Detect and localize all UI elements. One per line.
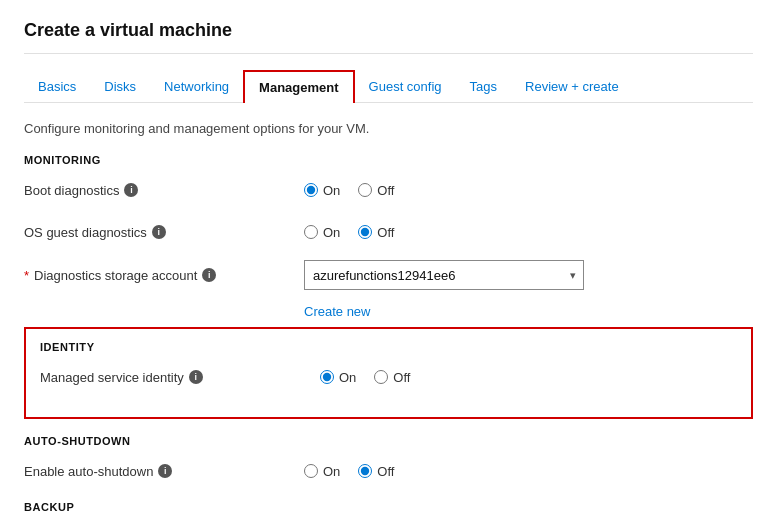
enable-auto-shutdown-off-radio[interactable] [358,464,372,478]
boot-diagnostics-info-icon[interactable]: i [124,183,138,197]
auto-shutdown-section-header: AUTO-SHUTDOWN [24,435,753,447]
tabs-bar: Basics Disks Networking Management Guest… [24,70,753,103]
diagnostics-storage-label: Diagnostics storage account i [24,268,304,283]
managed-service-identity-label: Managed service identity i [40,370,320,385]
enable-auto-shutdown-info-icon[interactable]: i [158,464,172,478]
managed-service-identity-info-icon[interactable]: i [189,370,203,384]
managed-service-identity-off-option[interactable]: Off [374,370,410,385]
boot-diagnostics-off-radio[interactable] [358,183,372,197]
enable-auto-shutdown-on-label: On [323,464,340,479]
boot-diagnostics-off-label: Off [377,183,394,198]
diagnostics-storage-select-wrapper: azurefunctions12941ee6 ▾ [304,260,584,290]
diagnostics-storage-select[interactable]: azurefunctions12941ee6 [304,260,584,290]
managed-service-identity-off-radio[interactable] [374,370,388,384]
tab-review-create[interactable]: Review + create [511,70,633,102]
os-guest-diagnostics-on-label: On [323,225,340,240]
backup-section-header: BACKUP [24,501,753,512]
boot-diagnostics-row: Boot diagnostics i On Off [24,176,753,204]
diagnostics-storage-info-icon[interactable]: i [202,268,216,282]
identity-section-header: IDENTITY [40,341,737,353]
managed-service-identity-on-option[interactable]: On [320,370,356,385]
page-description: Configure monitoring and management opti… [24,121,753,136]
diagnostics-storage-row: Diagnostics storage account i azurefunct… [24,260,753,290]
os-guest-diagnostics-on-option[interactable]: On [304,225,340,240]
create-new-link[interactable]: Create new [304,304,753,319]
monitoring-section-header: MONITORING [24,154,753,166]
boot-diagnostics-off-option[interactable]: Off [358,183,394,198]
boot-diagnostics-label: Boot diagnostics i [24,183,304,198]
identity-section: IDENTITY Managed service identity i On O… [24,327,753,419]
os-guest-diagnostics-info-icon[interactable]: i [152,225,166,239]
boot-diagnostics-on-radio[interactable] [304,183,318,197]
os-guest-diagnostics-off-label: Off [377,225,394,240]
managed-service-identity-off-label: Off [393,370,410,385]
os-guest-diagnostics-off-option[interactable]: Off [358,225,394,240]
enable-auto-shutdown-off-option[interactable]: Off [358,464,394,479]
os-guest-diagnostics-label: OS guest diagnostics i [24,225,304,240]
os-guest-diagnostics-on-radio[interactable] [304,225,318,239]
tab-management[interactable]: Management [243,70,354,103]
enable-auto-shutdown-row: Enable auto-shutdown i On Off [24,457,753,485]
tab-basics[interactable]: Basics [24,70,90,102]
boot-diagnostics-radio-group: On Off [304,183,394,198]
tab-guest-config[interactable]: Guest config [355,70,456,102]
page-container: Create a virtual machine Basics Disks Ne… [0,0,777,512]
managed-service-identity-on-label: On [339,370,356,385]
enable-auto-shutdown-radio-group: On Off [304,464,394,479]
enable-auto-shutdown-on-radio[interactable] [304,464,318,478]
os-guest-diagnostics-row: OS guest diagnostics i On Off [24,218,753,246]
boot-diagnostics-on-label: On [323,183,340,198]
os-guest-diagnostics-off-radio[interactable] [358,225,372,239]
enable-auto-shutdown-label: Enable auto-shutdown i [24,464,304,479]
tab-tags[interactable]: Tags [456,70,511,102]
managed-service-identity-radio-group: On Off [320,370,410,385]
enable-auto-shutdown-off-label: Off [377,464,394,479]
boot-diagnostics-on-option[interactable]: On [304,183,340,198]
managed-service-identity-on-radio[interactable] [320,370,334,384]
tab-disks[interactable]: Disks [90,70,150,102]
page-title: Create a virtual machine [24,20,753,54]
enable-auto-shutdown-on-option[interactable]: On [304,464,340,479]
managed-service-identity-row: Managed service identity i On Off [40,363,737,391]
os-guest-diagnostics-radio-group: On Off [304,225,394,240]
tab-networking[interactable]: Networking [150,70,243,102]
